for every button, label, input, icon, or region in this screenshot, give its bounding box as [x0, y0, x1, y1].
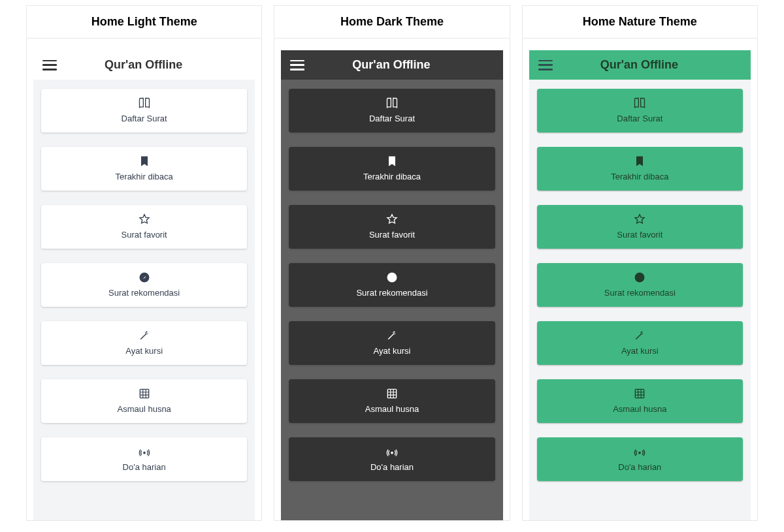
menu-item-label: Asmaul husna [365, 404, 419, 414]
menu-item-label: Terakhir dibaca [363, 172, 421, 181]
phone-preview-nature: Qur'an OfflineDaftar SuratTerakhir dibac… [529, 50, 751, 520]
menu-item-label: Surat favorit [369, 230, 415, 240]
menu-item-compass[interactable]: Surat rekomendasi [537, 263, 743, 307]
menu-item-bookmark[interactable]: Terakhir dibaca [41, 147, 247, 191]
menu-item-label: Daftar Surat [617, 114, 662, 123]
radio-icon [138, 445, 151, 458]
menu-item-radio[interactable]: Do'a harian [289, 437, 495, 481]
menu-item-wand[interactable]: Ayat kursi [41, 321, 247, 365]
menu-list: Daftar SuratTerakhir dibacaSurat favorit… [33, 80, 255, 520]
menu-item-label: Surat rekomendasi [356, 288, 427, 298]
menu-item-grid[interactable]: Asmaul husna [289, 379, 495, 423]
radio-icon [385, 445, 399, 458]
menu-item-label: Ayat kursi [125, 346, 163, 356]
bookmark-icon [385, 155, 399, 168]
wand-icon [138, 329, 151, 342]
menu-item-grid[interactable]: Asmaul husna [537, 379, 743, 423]
compass-icon [385, 271, 399, 284]
app-title: Qur'an Offline [289, 58, 493, 72]
app-bar: Qur'an Offline [281, 50, 502, 80]
column-heading: Home Light Theme [27, 6, 261, 39]
menu-item-label: Surat favorit [122, 230, 167, 240]
menu-item-grid[interactable]: Asmaul husna [41, 379, 247, 423]
book-icon [138, 97, 151, 110]
menu-item-label: Daftar Surat [369, 114, 415, 123]
star-icon [385, 213, 399, 226]
grid-icon [138, 387, 151, 400]
menu-item-label: Do'a harian [618, 462, 661, 472]
menu-item-label: Terakhir dibaca [611, 172, 668, 181]
app-bar: Qur'an Offline [33, 50, 255, 80]
menu-item-book[interactable]: Daftar Surat [289, 89, 495, 133]
wand-icon [633, 329, 646, 342]
star-icon [633, 213, 646, 226]
menu-item-compass[interactable]: Surat rekomendasi [289, 263, 495, 307]
menu-item-label: Daftar Surat [122, 114, 167, 123]
bookmark-icon [633, 155, 646, 168]
menu-item-radio[interactable]: Do'a harian [41, 437, 247, 481]
menu-item-wand[interactable]: Ayat kursi [537, 321, 743, 365]
star-icon [138, 213, 151, 226]
menu-item-star[interactable]: Surat favorit [537, 205, 743, 249]
menu-item-label: Terakhir dibaca [116, 172, 173, 181]
theme-column-nature: Home Nature ThemeQur'an OfflineDaftar Su… [522, 5, 758, 521]
menu-item-book[interactable]: Daftar Surat [41, 89, 247, 133]
app-title: Qur'an Offline [537, 58, 742, 72]
compass-icon [633, 271, 646, 284]
phone-preview-light: Qur'an OfflineDaftar SuratTerakhir dibac… [33, 50, 255, 520]
wand-icon [385, 329, 399, 342]
menu-item-label: Ayat kursi [374, 346, 411, 356]
menu-item-label: Asmaul husna [613, 404, 666, 414]
menu-item-compass[interactable]: Surat rekomendasi [41, 263, 247, 307]
menu-list: Daftar SuratTerakhir dibacaSurat favorit… [529, 80, 751, 520]
menu-item-label: Do'a harian [123, 462, 166, 472]
menu-item-label: Ayat kursi [621, 346, 659, 356]
app-bar: Qur'an Offline [529, 50, 751, 80]
menu-item-label: Surat rekomendasi [604, 288, 676, 298]
book-icon [633, 97, 646, 110]
menu-item-label: Surat favorit [617, 230, 662, 240]
radio-icon [633, 445, 646, 458]
menu-item-wand[interactable]: Ayat kursi [289, 321, 495, 365]
menu-item-bookmark[interactable]: Terakhir dibaca [289, 147, 495, 191]
menu-item-book[interactable]: Daftar Surat [537, 89, 743, 133]
compass-icon [138, 271, 151, 284]
theme-column-dark: Home Dark ThemeQur'an OfflineDaftar Sura… [274, 5, 510, 521]
grid-icon [633, 387, 646, 400]
menu-item-label: Asmaul husna [117, 404, 171, 414]
menu-item-label: Surat rekomendasi [108, 288, 180, 298]
menu-list: Daftar SuratTerakhir dibacaSurat favorit… [281, 80, 502, 520]
bookmark-icon [138, 155, 151, 168]
column-heading: Home Nature Theme [523, 6, 757, 39]
theme-column-light: Home Light ThemeQur'an OfflineDaftar Sur… [26, 5, 262, 521]
column-heading: Home Dark Theme [274, 6, 509, 39]
menu-item-star[interactable]: Surat favorit [41, 205, 247, 249]
app-title: Qur'an Offline [41, 58, 246, 72]
menu-item-radio[interactable]: Do'a harian [537, 437, 743, 481]
menu-item-bookmark[interactable]: Terakhir dibaca [537, 147, 743, 191]
grid-icon [385, 387, 399, 400]
menu-item-star[interactable]: Surat favorit [289, 205, 495, 249]
phone-preview-dark: Qur'an OfflineDaftar SuratTerakhir dibac… [281, 50, 502, 520]
menu-item-label: Do'a harian [370, 462, 414, 472]
book-icon [385, 97, 399, 110]
